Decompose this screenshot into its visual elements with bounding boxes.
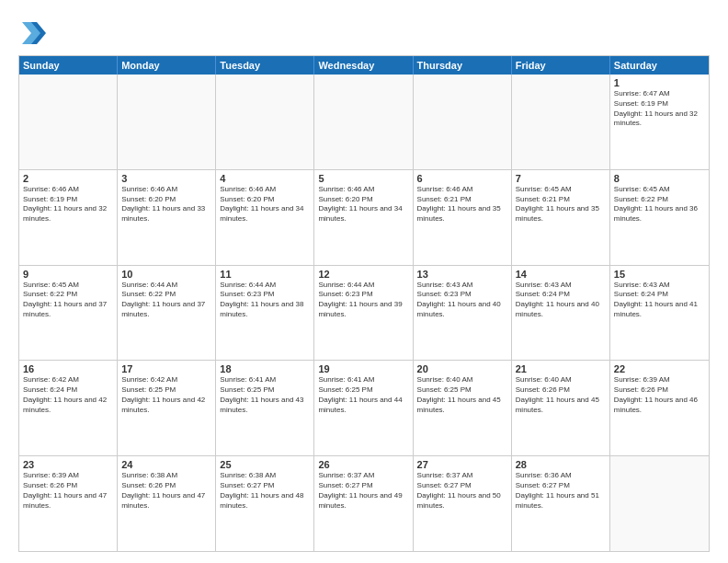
- header-day-thursday: Thursday: [414, 56, 512, 75]
- calendar-cell: [118, 75, 216, 169]
- day-number: 11: [220, 269, 310, 280]
- cell-info: Sunrise: 6:39 AM Sunset: 6:26 PM Dayligh…: [23, 471, 113, 511]
- day-number: 4: [220, 173, 310, 184]
- calendar-cell: 11Sunrise: 6:44 AM Sunset: 6:23 PM Dayli…: [216, 266, 314, 361]
- calendar-cell: 4Sunrise: 6:46 AM Sunset: 6:20 PM Daylig…: [216, 170, 314, 265]
- cell-info: Sunrise: 6:45 AM Sunset: 6:22 PM Dayligh…: [23, 281, 113, 320]
- header-day-friday: Friday: [512, 56, 610, 75]
- calendar-cell: 7Sunrise: 6:45 AM Sunset: 6:21 PM Daylig…: [512, 170, 610, 265]
- calendar-cell: 22Sunrise: 6:39 AM Sunset: 6:26 PM Dayli…: [610, 361, 709, 455]
- day-number: 15: [614, 269, 705, 280]
- calendar-week-3: 9Sunrise: 6:45 AM Sunset: 6:22 PM Daylig…: [19, 265, 709, 361]
- calendar-cell: 12Sunrise: 6:44 AM Sunset: 6:23 PM Dayli…: [314, 266, 413, 361]
- cell-info: Sunrise: 6:44 AM Sunset: 6:23 PM Dayligh…: [220, 281, 310, 320]
- day-number: 8: [614, 173, 705, 184]
- day-number: 17: [121, 363, 211, 374]
- day-number: 12: [318, 269, 408, 280]
- calendar-cell: 5Sunrise: 6:46 AM Sunset: 6:20 PM Daylig…: [314, 170, 413, 265]
- day-number: 2: [23, 173, 113, 184]
- calendar-cell: 27Sunrise: 6:37 AM Sunset: 6:27 PM Dayli…: [414, 456, 512, 551]
- calendar-cell: 23Sunrise: 6:39 AM Sunset: 6:26 PM Dayli…: [19, 456, 118, 551]
- day-number: 21: [516, 363, 606, 374]
- day-number: 7: [516, 173, 606, 184]
- calendar-cell: [216, 75, 314, 169]
- calendar-cell: 6Sunrise: 6:46 AM Sunset: 6:21 PM Daylig…: [414, 170, 512, 265]
- cell-info: Sunrise: 6:41 AM Sunset: 6:25 PM Dayligh…: [318, 375, 408, 415]
- calendar-cell: 8Sunrise: 6:45 AM Sunset: 6:22 PM Daylig…: [610, 170, 709, 265]
- logo-icon: [18, 18, 48, 48]
- calendar-cell: 21Sunrise: 6:40 AM Sunset: 6:26 PM Dayli…: [512, 361, 610, 455]
- calendar-week-5: 23Sunrise: 6:39 AM Sunset: 6:26 PM Dayli…: [19, 455, 709, 551]
- cell-info: Sunrise: 6:40 AM Sunset: 6:25 PM Dayligh…: [417, 375, 507, 415]
- cell-info: Sunrise: 6:43 AM Sunset: 6:23 PM Dayligh…: [417, 281, 507, 320]
- cell-info: Sunrise: 6:43 AM Sunset: 6:24 PM Dayligh…: [614, 281, 705, 320]
- calendar-cell: 9Sunrise: 6:45 AM Sunset: 6:22 PM Daylig…: [19, 266, 118, 361]
- calendar-week-2: 2Sunrise: 6:46 AM Sunset: 6:19 PM Daylig…: [19, 169, 709, 265]
- day-number: 6: [417, 173, 507, 184]
- calendar-header: SundayMondayTuesdayWednesdayThursdayFrid…: [19, 56, 709, 75]
- cell-info: Sunrise: 6:45 AM Sunset: 6:21 PM Dayligh…: [516, 185, 606, 224]
- calendar-cell: 18Sunrise: 6:41 AM Sunset: 6:25 PM Dayli…: [216, 361, 314, 455]
- day-number: 22: [614, 363, 705, 374]
- day-number: 13: [417, 269, 507, 280]
- calendar-body: 1Sunrise: 6:47 AM Sunset: 6:19 PM Daylig…: [19, 75, 709, 551]
- cell-info: Sunrise: 6:43 AM Sunset: 6:24 PM Dayligh…: [516, 281, 606, 320]
- calendar-cell: [610, 456, 709, 551]
- calendar-cell: [414, 75, 512, 169]
- cell-info: Sunrise: 6:44 AM Sunset: 6:23 PM Dayligh…: [318, 281, 408, 320]
- calendar-cell: 16Sunrise: 6:42 AM Sunset: 6:24 PM Dayli…: [19, 361, 118, 455]
- calendar-cell: 1Sunrise: 6:47 AM Sunset: 6:19 PM Daylig…: [610, 75, 709, 169]
- day-number: 27: [417, 459, 507, 470]
- calendar-cell: [19, 75, 118, 169]
- cell-info: Sunrise: 6:47 AM Sunset: 6:19 PM Dayligh…: [614, 89, 705, 129]
- cell-info: Sunrise: 6:44 AM Sunset: 6:22 PM Dayligh…: [121, 281, 211, 320]
- calendar-cell: 19Sunrise: 6:41 AM Sunset: 6:25 PM Dayli…: [314, 361, 413, 455]
- cell-info: Sunrise: 6:46 AM Sunset: 6:20 PM Dayligh…: [121, 185, 211, 224]
- day-number: 16: [23, 363, 113, 374]
- cell-info: Sunrise: 6:46 AM Sunset: 6:19 PM Dayligh…: [23, 185, 113, 224]
- calendar-cell: 3Sunrise: 6:46 AM Sunset: 6:20 PM Daylig…: [118, 170, 216, 265]
- cell-info: Sunrise: 6:46 AM Sunset: 6:21 PM Dayligh…: [417, 185, 507, 224]
- calendar-cell: 25Sunrise: 6:38 AM Sunset: 6:27 PM Dayli…: [216, 456, 314, 551]
- cell-info: Sunrise: 6:45 AM Sunset: 6:22 PM Dayligh…: [614, 185, 705, 224]
- header-day-tuesday: Tuesday: [216, 56, 314, 75]
- cell-info: Sunrise: 6:37 AM Sunset: 6:27 PM Dayligh…: [417, 471, 507, 511]
- cell-info: Sunrise: 6:39 AM Sunset: 6:26 PM Dayligh…: [614, 375, 705, 415]
- day-number: 20: [417, 363, 507, 374]
- day-number: 10: [121, 269, 211, 280]
- day-number: 3: [121, 173, 211, 184]
- calendar-week-1: 1Sunrise: 6:47 AM Sunset: 6:19 PM Daylig…: [19, 75, 709, 169]
- cell-info: Sunrise: 6:42 AM Sunset: 6:25 PM Dayligh…: [121, 375, 211, 415]
- day-number: 25: [220, 459, 310, 470]
- cell-info: Sunrise: 6:38 AM Sunset: 6:26 PM Dayligh…: [121, 471, 211, 511]
- calendar-cell: [512, 75, 610, 169]
- header-day-monday: Monday: [118, 56, 216, 75]
- day-number: 24: [121, 459, 211, 470]
- logo: [18, 18, 51, 48]
- cell-info: Sunrise: 6:46 AM Sunset: 6:20 PM Dayligh…: [220, 185, 310, 224]
- day-number: 19: [318, 363, 408, 374]
- header-day-sunday: Sunday: [19, 56, 118, 75]
- cell-info: Sunrise: 6:41 AM Sunset: 6:25 PM Dayligh…: [220, 375, 310, 415]
- calendar-cell: [314, 75, 413, 169]
- calendar-cell: 13Sunrise: 6:43 AM Sunset: 6:23 PM Dayli…: [414, 266, 512, 361]
- header: [18, 15, 710, 48]
- day-number: 14: [516, 269, 606, 280]
- cell-info: Sunrise: 6:37 AM Sunset: 6:27 PM Dayligh…: [318, 471, 408, 511]
- calendar-cell: 15Sunrise: 6:43 AM Sunset: 6:24 PM Dayli…: [610, 266, 709, 361]
- day-number: 1: [614, 77, 705, 88]
- calendar-cell: 26Sunrise: 6:37 AM Sunset: 6:27 PM Dayli…: [314, 456, 413, 551]
- calendar-cell: 10Sunrise: 6:44 AM Sunset: 6:22 PM Dayli…: [118, 266, 216, 361]
- day-number: 28: [516, 459, 606, 470]
- day-number: 23: [23, 459, 113, 470]
- header-day-saturday: Saturday: [610, 56, 709, 75]
- calendar-cell: 24Sunrise: 6:38 AM Sunset: 6:26 PM Dayli…: [118, 456, 216, 551]
- cell-info: Sunrise: 6:42 AM Sunset: 6:24 PM Dayligh…: [23, 375, 113, 415]
- calendar-cell: 14Sunrise: 6:43 AM Sunset: 6:24 PM Dayli…: [512, 266, 610, 361]
- calendar-cell: 17Sunrise: 6:42 AM Sunset: 6:25 PM Dayli…: [118, 361, 216, 455]
- calendar-week-4: 16Sunrise: 6:42 AM Sunset: 6:24 PM Dayli…: [19, 360, 709, 455]
- cell-info: Sunrise: 6:46 AM Sunset: 6:20 PM Dayligh…: [318, 185, 408, 224]
- calendar-cell: 2Sunrise: 6:46 AM Sunset: 6:19 PM Daylig…: [19, 170, 118, 265]
- day-number: 26: [318, 459, 408, 470]
- page: SundayMondayTuesdayWednesdayThursdayFrid…: [0, 0, 728, 563]
